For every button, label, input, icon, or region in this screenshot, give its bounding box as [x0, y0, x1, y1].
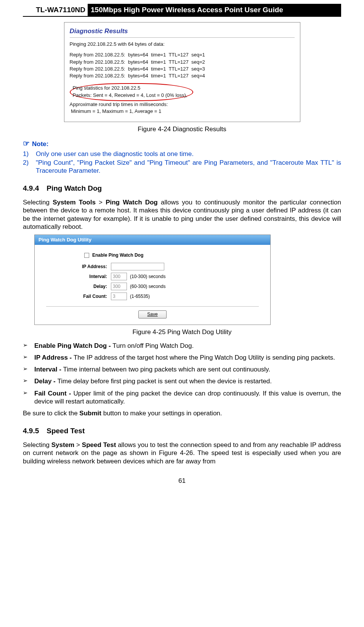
arrow-icon: ➢	[23, 354, 34, 362]
fail-count-input[interactable]: 3	[111, 293, 127, 300]
model-number: TL-WA7110ND	[23, 4, 88, 17]
list-item: IP Address - The IP address of the targe…	[34, 354, 341, 362]
guide-title: 150Mbps High Power Wireless Access Point…	[88, 4, 341, 17]
arrow-icon: ➢	[23, 389, 34, 406]
arrow-icon: ➢	[23, 377, 34, 385]
save-button[interactable]: Save	[138, 310, 166, 318]
delay-hint: (60-300) seconds	[130, 284, 165, 289]
enable-pwd-label: Enable Ping Watch Dog	[92, 252, 143, 258]
section-495-paragraph: Selecting System > Speed Test allows you…	[23, 441, 341, 465]
interval-label: Interval:	[46, 274, 111, 280]
diagnostic-results-panel: Diagnostic Results Pinging 202.108.22.5 …	[64, 22, 300, 122]
diag-stats: Ping statistics for 202.108.22.5	[73, 85, 188, 92]
feature-list: ➢Enable Ping Watch Dog - Turn on/off Pin…	[23, 342, 341, 406]
diag-stats: Packets: Sent = 4, Received = 4, Lost = …	[73, 92, 188, 99]
arrow-icon: ➢	[23, 342, 34, 350]
fail-count-hint: (1-65535)	[130, 294, 150, 299]
page-header: TL-WA7110ND 150Mbps High Power Wireless …	[23, 4, 341, 17]
list-item: Fail Count - Upper limit of the ping pac…	[34, 389, 341, 406]
submit-instruction: Be sure to click the Submit button to ma…	[23, 409, 341, 417]
ping-watch-dog-panel: Ping Watch Dog Utility Enable Ping Watch…	[34, 235, 271, 325]
section-heading-495: 4.9.5Speed Test	[23, 426, 341, 436]
section-494-paragraph: Selecting System Tools > Ping Watch Dog …	[23, 198, 341, 231]
diag-round: Minimum = 1, Maximum = 1, Average = 1	[70, 108, 295, 115]
diag-round: Approximate round trip times in millisec…	[70, 101, 295, 108]
diagnostic-title: Diagnostic Results	[70, 27, 295, 35]
diag-reply: Reply from 202.108.22.5: bytes=64 time=1…	[70, 66, 295, 72]
list-item: Delay - Time delay before first ping pac…	[34, 377, 341, 385]
delay-label: Delay:	[46, 284, 111, 289]
interval-input[interactable]: 300	[111, 273, 127, 280]
interval-hint: (10-300) seconds	[130, 274, 165, 280]
figure-caption-425: Figure 4-25 Ping Watch Dog Utility	[23, 328, 341, 336]
note-item: Only one user can use the diagnostic too…	[36, 150, 341, 158]
fail-count-label: Fail Count:	[46, 294, 111, 299]
note-header: ☞Note:	[23, 139, 341, 148]
diag-reply: Reply from 202.108.22.5: bytes=64 time=1…	[70, 51, 295, 58]
ip-address-input[interactable]	[111, 263, 164, 270]
section-heading-494: 4.9.4Ping Watch Dog	[23, 184, 341, 193]
pwd-titlebar: Ping Watch Dog Utility	[35, 235, 270, 245]
ip-address-label: IP Address:	[46, 264, 111, 270]
note-list: 1)Only one user can use the diagnostic t…	[23, 150, 341, 175]
diag-ping-header: Pinging 202.108.22.5 with 64 bytes of da…	[70, 41, 295, 48]
diag-reply: Reply from 202.108.22.5: bytes=64 time=1…	[70, 72, 295, 79]
pointing-hand-icon: ☞	[23, 139, 30, 148]
figure-caption-424: Figure 4-24 Diagnostic Results	[23, 125, 341, 133]
list-item: Enable Ping Watch Dog - Turn on/off Ping…	[34, 342, 341, 350]
diag-reply: Reply from 202.108.22.5: bytes=64 time=1…	[70, 59, 295, 66]
note-item: "Ping Count", "Ping Packet Size" and "Pi…	[36, 159, 341, 175]
arrow-icon: ➢	[23, 365, 34, 373]
page-number: 61	[23, 477, 341, 485]
list-item: Interval - Time internal between two pin…	[34, 365, 341, 373]
delay-input[interactable]: 300	[111, 283, 127, 290]
enable-pwd-checkbox[interactable]	[84, 253, 89, 258]
highlight-oval: Ping statistics for 202.108.22.5 Packets…	[70, 83, 194, 101]
